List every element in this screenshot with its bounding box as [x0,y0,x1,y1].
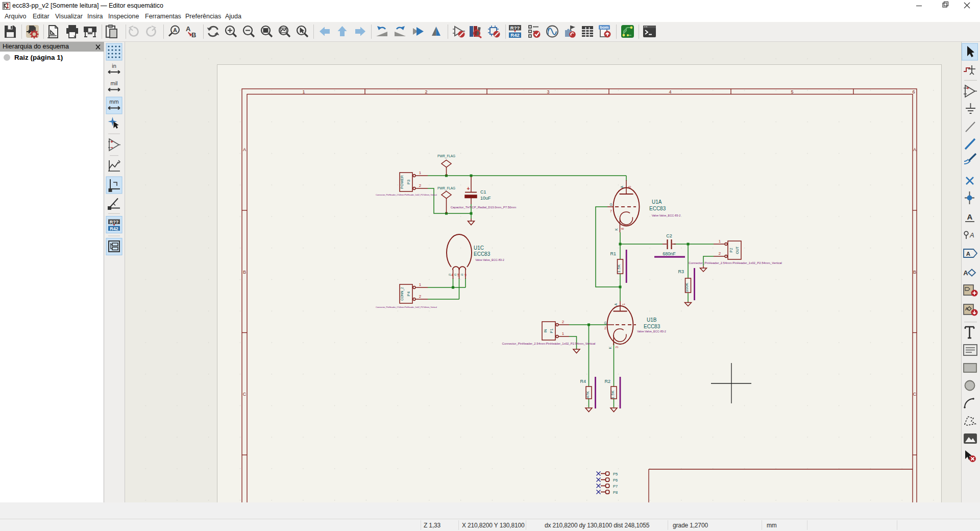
svg-text:1: 1 [302,89,305,94]
svg-text:f1: f1 [449,273,451,276]
svg-text:CONN_2: CONN_2 [400,287,404,301]
svg-text:A: A [963,269,968,277]
svg-text:680nF: 680nF [663,251,676,256]
svg-text:mil: mil [110,80,117,86]
svg-text:A: A [173,27,177,33]
svg-text:PWR_FLAG: PWR_FLAG [437,154,455,158]
svg-text:K: K [615,228,618,230]
svg-text:B: B [243,270,246,275]
svg-text:A: A [969,231,974,239]
svg-text:C: C [243,392,247,397]
svg-text:4: 4 [669,89,671,94]
svg-text:U1A: U1A [652,199,662,205]
svg-text:1: 1 [719,239,721,244]
svg-text:+: + [467,186,470,191]
svg-text:K: K [608,346,612,349]
svg-text:8: 8 [621,228,624,230]
svg-text:Connector_PinHeader_2.54mm:Pin: Connector_PinHeader_2.54mm:PinHeader_1x0… [376,306,437,308]
svg-text:P3: P3 [406,180,411,184]
svg-text:U1C: U1C [474,245,484,251]
svg-text:P7: P7 [613,484,618,489]
svg-text:A: A [967,212,973,221]
svg-text:f2: f2 [454,273,456,276]
svg-text:R??: R?? [510,25,520,31]
svg-text:Valve:Valve_ECC-83-2: Valve:Valve_ECC-83-2 [652,214,681,217]
svg-text:1.5K: 1.5K [610,390,615,399]
svg-text:bom: bom [600,25,609,30]
svg-text:6: 6 [628,186,631,188]
svg-text:P8: P8 [613,490,618,495]
svg-text:POWER: POWER [400,175,404,188]
svg-text:Raiz (página 1): Raiz (página 1) [14,54,63,61]
svg-text:R??: R?? [110,220,119,225]
svg-text:G: G [609,203,612,206]
svg-text:ECC83: ECC83 [649,206,666,211]
svg-text:6: 6 [912,89,915,94]
svg-text:C1: C1 [480,189,486,195]
svg-text:f3: f3 [461,273,463,276]
svg-text:100K: 100K [684,282,689,292]
svg-text:A: A [243,147,246,152]
svg-text:4: 4 [451,273,453,277]
svg-text:A: A [965,306,969,311]
svg-text:in: in [112,63,116,69]
svg-text:IN: IN [544,329,547,333]
svg-text:A: A [186,25,191,33]
svg-text:G: G [604,321,606,325]
svg-text:ECC83: ECC83 [644,324,660,329]
svg-text:3: 3 [615,346,619,348]
svg-text:C: C [913,392,917,397]
svg-text:2: 2 [425,89,427,94]
svg-text:P1: P1 [549,328,554,333]
svg-text:C2: C2 [666,233,672,238]
svg-text:1.5K: 1.5K [617,264,621,273]
svg-text:10uF: 10uF [480,196,491,201]
svg-text:R1: R1 [610,251,616,256]
svg-text:1: 1 [622,303,625,305]
svg-text:P4: P4 [406,292,411,296]
svg-text:R4: R4 [580,379,586,384]
svg-text:B: B [191,31,196,39]
svg-text:1: 1 [562,331,565,336]
svg-text:47K: 47K [585,391,590,398]
svg-text:PWR_FLAG: PWR_FLAG [437,186,455,190]
svg-text:A: A [966,251,970,257]
svg-text:A: A [913,147,916,152]
svg-text:Connector_PinHeader_2.54mm:Pin: Connector_PinHeader_2.54mm:PinHeader_1x0… [689,261,782,264]
svg-text:R3: R3 [678,269,684,274]
svg-text:B: B [913,270,916,275]
svg-text:1: 1 [419,171,422,175]
svg-text:U1B: U1B [647,317,657,323]
svg-text:Capacitor_THT:CP_Radial_D13.0m: Capacitor_THT:CP_Radial_D13.0mm_P7.50mm [451,206,517,209]
svg-text:9: 9 [464,273,467,277]
svg-text:OUT: OUT [736,246,739,254]
svg-text:5: 5 [457,273,459,277]
svg-text:7: 7 [610,209,612,213]
svg-text:2: 2 [719,251,721,256]
svg-text:2: 2 [419,294,422,299]
svg-text:ECC83: ECC83 [474,251,491,257]
svg-text:R2: R2 [604,379,610,384]
svg-text:5: 5 [791,89,793,94]
svg-text:1: 1 [419,282,422,287]
svg-text:Valve:Valve_ECC-83-2: Valve:Valve_ECC-83-2 [637,330,666,333]
svg-text:R42: R42 [110,226,118,231]
svg-text:A: A [620,185,624,188]
svg-text:A: A [614,303,618,305]
svg-text:2: 2 [419,183,422,188]
svg-text:Connector_PinHeader_2.54mm:Pin: Connector_PinHeader_2.54mm:PinHeader_1x0… [376,194,437,196]
svg-text:P6: P6 [613,478,618,482]
svg-text:R42: R42 [510,32,519,38]
svg-text:P2: P2 [729,248,733,252]
svg-text:2: 2 [604,326,606,330]
svg-text:2: 2 [562,320,565,324]
svg-text:3: 3 [547,89,549,94]
svg-text:mm: mm [109,99,118,105]
svg-text:P5: P5 [613,472,618,476]
svg-text:Connector_PinHeader_2.54mm:Pin: Connector_PinHeader_2.54mm:PinHeader_1x0… [502,342,596,345]
svg-text:Valve:Valve_ECC-83-2: Valve:Valve_ECC-83-2 [475,258,504,261]
